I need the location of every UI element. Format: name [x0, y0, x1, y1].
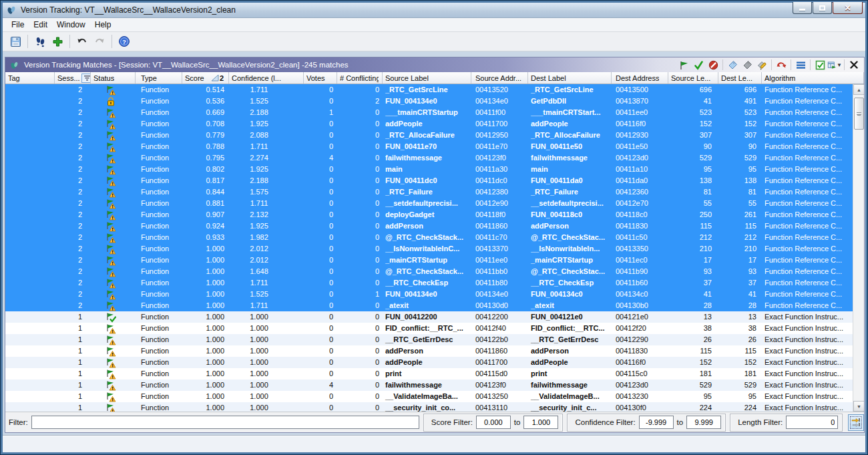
- score-from-input[interactable]: [476, 416, 511, 429]
- table-row[interactable]: 2Function1.0002.01200_mainCRTStartup0041…: [5, 255, 864, 266]
- table-row[interactable]: 1Function1.0001.00000__security_init_co.…: [5, 402, 864, 412]
- menu-edit[interactable]: Edit: [29, 19, 52, 31]
- table-row[interactable]: 2Function0.7952.27440failwithmessage0041…: [5, 152, 864, 164]
- scroll-down-button[interactable]: ▼: [853, 401, 864, 412]
- table-row[interactable]: 1Function1.0001.00000FUN_004122000041220…: [5, 311, 864, 323]
- remove-tag-button[interactable]: [740, 58, 754, 71]
- cell-tag: [5, 107, 55, 118]
- cell-confidence: 2.132: [229, 209, 304, 220]
- table-row[interactable]: 2Function1.0002.01200__IsNonwritableInC.…: [5, 243, 864, 255]
- confidence-from-input[interactable]: [639, 416, 674, 429]
- cell-type: Function: [136, 345, 182, 357]
- confidence-to-input[interactable]: [686, 416, 721, 429]
- title-bar[interactable]: Version Tracking: VT__WallaceSrc__Wallac…: [3, 3, 865, 18]
- maximize-button[interactable]: [813, 2, 832, 14]
- cell-type: Function: [136, 243, 182, 255]
- select-rows-button[interactable]: [813, 58, 827, 71]
- table-options-button[interactable]: ▼: [827, 58, 842, 71]
- vertical-scrollbar[interactable]: ▲ ▼: [853, 84, 864, 412]
- column-header-dest_len[interactable]: Dest Le...: [718, 72, 762, 84]
- column-header-dest_addr[interactable]: Dest Address: [612, 72, 668, 84]
- table-row[interactable]: 1Function1.0001.00000__ValidateImageBa..…: [5, 391, 864, 402]
- table-row[interactable]: 2Function0.7081.92500addPeople00411700ad…: [5, 118, 864, 130]
- column-header-conflicting[interactable]: # Conflicting: [337, 72, 383, 84]
- column-header-dest_label[interactable]: Dest Label: [528, 72, 612, 84]
- add-session-button[interactable]: [49, 33, 66, 49]
- cell-src_label: __RTC_CheckEsp: [383, 277, 471, 289]
- column-header-tag[interactable]: Tag: [5, 72, 55, 84]
- table-row[interactable]: 2Function0.8441.57500_RTC_Failure0041238…: [5, 186, 864, 198]
- table-row[interactable]: 1Function1.0001.00000FID_conflict:__RTC_…: [5, 323, 864, 334]
- table-row[interactable]: 2Function0.8811.71100__setdefaultprecisi…: [5, 198, 864, 209]
- add-tag-button[interactable]: [725, 58, 740, 71]
- close-button[interactable]: ✕: [833, 2, 863, 14]
- edit-tag-button[interactable]: [754, 58, 769, 71]
- menu-window[interactable]: Window: [52, 19, 90, 31]
- table-row[interactable]: 1Function1.0001.00000__RTC_GetErrDesc004…: [5, 334, 864, 345]
- cell-votes: 0: [304, 198, 337, 209]
- scrollbar-thumb[interactable]: [854, 98, 864, 130]
- table-row[interactable]: 2Function0.8021.92500main00411a30main004…: [5, 164, 864, 175]
- cell-session: 2: [55, 209, 91, 220]
- flag-warn-icon: [105, 357, 116, 368]
- table-row[interactable]: 1Function1.0001.00040failwithmessage0041…: [5, 380, 864, 391]
- table-row[interactable]: 2Function0.5141.71100_RTC_GetSrcLine0041…: [5, 84, 864, 96]
- table-row[interactable]: 2Function0.8172.18800FUN_00411dc000411dc…: [5, 175, 864, 186]
- table-row[interactable]: 2Function0.5361.52502FUN_004134e0004134e…: [5, 96, 864, 107]
- cell-algorithm: Function Reference C...: [762, 186, 864, 198]
- column-header-status[interactable]: Status: [91, 72, 136, 84]
- table-row[interactable]: 2Function0.7792.08800_RTC_AllocaFailure0…: [5, 130, 864, 141]
- cell-src_len: 28: [668, 300, 718, 311]
- table-row[interactable]: 2Function0.9241.92500addPerson00411860ad…: [5, 220, 864, 232]
- menu-button[interactable]: [793, 58, 808, 71]
- table-row[interactable]: 2Function0.7881.71100FUN_00411e7000411e7…: [5, 141, 864, 152]
- column-header-src_addr[interactable]: Source Addr...: [471, 72, 528, 84]
- column-header-src_label[interactable]: Source Label: [383, 72, 471, 84]
- table-row[interactable]: 1Function1.0001.00000addPeople00411700ad…: [5, 357, 864, 368]
- save-button[interactable]: [7, 33, 24, 49]
- table-row[interactable]: 1Function1.0001.00000addPerson00411860ad…: [5, 345, 864, 357]
- column-header-score[interactable]: Score2: [182, 72, 229, 84]
- redo-button[interactable]: [91, 33, 108, 49]
- accept-match-button[interactable]: [676, 58, 691, 71]
- footprints-button[interactable]: [31, 33, 49, 49]
- table-row[interactable]: 2Function1.0001.52501FUN_004134e0004134e…: [5, 289, 864, 300]
- undo-match-button[interactable]: [774, 58, 789, 71]
- matches-panel-header[interactable]: Version Tracking Matches - [Session: VT_…: [5, 57, 864, 72]
- flag-warn-icon: [105, 278, 116, 289]
- menu-help[interactable]: Help: [90, 19, 116, 31]
- toolbar-separator: [722, 59, 723, 70]
- table-row[interactable]: 2Function1.0001.71100_atexit004130d0_ate…: [5, 300, 864, 311]
- filter-input[interactable]: [31, 416, 419, 429]
- column-header-type[interactable]: Type: [136, 72, 182, 84]
- column-header-confidence[interactable]: Confidence (l...: [229, 72, 304, 84]
- cell-dest_addr: 00411c50: [612, 232, 668, 243]
- flag-warn-icon: [105, 392, 116, 402]
- help-button[interactable]: ?: [116, 33, 133, 49]
- column-header-votes[interactable]: Votes: [304, 72, 337, 84]
- close-panel-button[interactable]: [847, 58, 861, 71]
- column-header-src_len[interactable]: Source Le...: [668, 72, 718, 84]
- reject-match-button[interactable]: [706, 58, 720, 71]
- table-row[interactable]: 1Function1.0001.00000print004115d0print0…: [5, 368, 864, 380]
- score-to-input[interactable]: [523, 416, 558, 429]
- column-header-session[interactable]: Sess...1: [55, 72, 91, 84]
- filter-options-button[interactable]: [848, 414, 864, 431]
- length-filter-input[interactable]: [786, 416, 838, 429]
- table-row[interactable]: 2Function0.9331.98200@_RTC_CheckStack...…: [5, 232, 864, 243]
- table-row[interactable]: 2Function0.6692.18810___tmainCRTStartup0…: [5, 107, 864, 118]
- cell-session: 2: [55, 220, 91, 232]
- table-row[interactable]: 2Function0.9072.13200deployGadget004118f…: [5, 209, 864, 220]
- scroll-up-button[interactable]: ▲: [853, 84, 864, 95]
- cell-dest_label: __IsNonwritableIn...: [528, 243, 612, 255]
- undo-button[interactable]: [73, 33, 91, 49]
- table-row[interactable]: 2Function1.0001.71100__RTC_CheckEsp00411…: [5, 277, 864, 289]
- cell-confidence: 1.925: [229, 164, 304, 175]
- minimize-button[interactable]: [793, 2, 812, 14]
- apply-match-button[interactable]: [691, 58, 706, 71]
- column-header-algorithm[interactable]: Algorithm: [762, 72, 864, 84]
- cell-src_len: 212: [668, 232, 718, 243]
- sort-ramp-icon: 2: [211, 74, 224, 82]
- menu-file[interactable]: File: [7, 19, 29, 31]
- table-row[interactable]: 2Function1.0001.64800@_RTC_CheckStack...…: [5, 266, 864, 277]
